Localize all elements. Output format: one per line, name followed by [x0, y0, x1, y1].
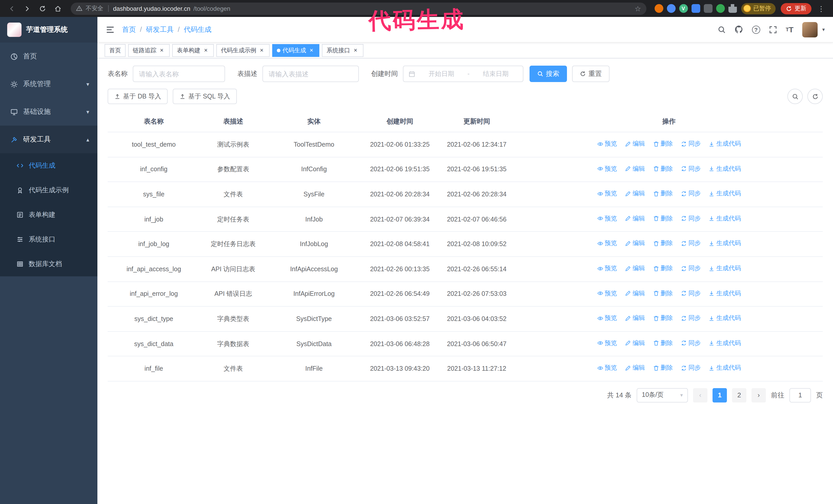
generate-code-link[interactable]: 生成代码 [709, 313, 741, 323]
sidebar-item-system-management[interactable]: 系统管理 [0, 70, 97, 98]
delete-link[interactable]: 删除 [653, 139, 673, 149]
generate-code-link[interactable]: 生成代码 [709, 239, 741, 248]
preview-link[interactable]: 预览 [597, 214, 617, 223]
user-avatar[interactable] [802, 22, 818, 37]
close-icon[interactable] [159, 47, 165, 54]
sidebar-item-db-docs[interactable]: 数据库文档 [0, 252, 97, 277]
help-icon[interactable] [752, 25, 760, 33]
delete-link[interactable]: 删除 [653, 239, 673, 248]
preview-link[interactable]: 预览 [597, 264, 617, 273]
edit-link[interactable]: 编辑 [625, 264, 645, 273]
table-name-input[interactable] [133, 66, 225, 82]
extension-icon-orange[interactable] [654, 4, 663, 13]
edit-link[interactable]: 编辑 [625, 164, 645, 173]
sidebar-item-codegen-example[interactable]: 代码生成示例 [0, 178, 97, 202]
page-1-button[interactable]: 1 [713, 388, 727, 403]
sync-link[interactable]: 同步 [681, 214, 701, 223]
generate-code-link[interactable]: 生成代码 [709, 139, 741, 149]
sync-link[interactable]: 同步 [681, 139, 701, 149]
close-icon[interactable] [352, 47, 359, 54]
sync-link[interactable]: 同步 [681, 264, 701, 273]
goto-page-input[interactable] [789, 388, 811, 403]
extensions-puzzle-icon[interactable] [728, 4, 737, 13]
app-logo[interactable]: 芋道管理系统 [0, 17, 97, 43]
extension-icon-green[interactable] [716, 4, 724, 13]
sidebar-item-form-builder[interactable]: 表单构建 [0, 202, 97, 227]
edit-link[interactable]: 编辑 [625, 239, 645, 248]
browser-back-icon[interactable] [5, 2, 19, 15]
delete-link[interactable]: 删除 [653, 264, 673, 273]
sync-link[interactable]: 同步 [681, 189, 701, 198]
extension-icon-blue[interactable] [667, 4, 675, 13]
generate-code-link[interactable]: 生成代码 [709, 214, 741, 223]
close-icon[interactable] [203, 47, 209, 54]
edit-link[interactable]: 编辑 [625, 363, 645, 373]
delete-link[interactable]: 删除 [653, 363, 673, 373]
breadcrumb-dev-tools[interactable]: 研发工具 [146, 25, 174, 34]
preview-link[interactable]: 预览 [597, 363, 617, 373]
preview-link[interactable]: 预览 [597, 313, 617, 323]
browser-update-button[interactable]: 更新 [781, 3, 811, 14]
sidebar-item-dev-tools[interactable]: 研发工具 [0, 126, 97, 153]
address-bar[interactable]: 不安全 dashboard.yudao.iocoder.cn /tool/cod… [71, 2, 646, 15]
generate-code-link[interactable]: 生成代码 [709, 338, 741, 348]
search-icon[interactable] [717, 25, 725, 33]
import-db-button[interactable]: 基于 DB 导入 [108, 89, 168, 104]
browser-reload-icon[interactable] [36, 2, 49, 15]
delete-link[interactable]: 删除 [653, 189, 673, 198]
reset-button[interactable]: 重置 [572, 66, 610, 82]
preview-link[interactable]: 预览 [597, 139, 617, 149]
breadcrumb-home[interactable]: 首页 [122, 25, 136, 34]
edit-link[interactable]: 编辑 [625, 288, 645, 298]
edit-link[interactable]: 编辑 [625, 338, 645, 348]
close-icon[interactable] [308, 47, 315, 54]
generate-code-link[interactable]: 生成代码 [709, 264, 741, 273]
toggle-search-button[interactable] [787, 89, 803, 104]
browser-forward-icon[interactable] [21, 2, 34, 15]
edit-link[interactable]: 编辑 [625, 313, 645, 323]
browser-menu-icon[interactable] [814, 2, 828, 15]
table-desc-input[interactable] [262, 66, 359, 82]
search-button[interactable]: 搜索 [529, 66, 567, 82]
sync-link[interactable]: 同步 [681, 164, 701, 173]
close-icon[interactable] [258, 47, 265, 54]
generate-code-link[interactable]: 生成代码 [709, 164, 741, 173]
sync-link[interactable]: 同步 [681, 288, 701, 298]
delete-link[interactable]: 删除 [653, 338, 673, 348]
next-page-button[interactable] [752, 388, 766, 403]
generate-code-link[interactable]: 生成代码 [709, 189, 741, 198]
import-sql-button[interactable]: 基于 SQL 导入 [173, 89, 237, 104]
fullscreen-icon[interactable] [769, 25, 777, 33]
hamburger-icon[interactable] [105, 25, 115, 34]
tab-codegen[interactable]: 代码生成 [272, 44, 319, 57]
tab-home[interactable]: 首页 [104, 44, 125, 57]
sidebar-item-system-api[interactable]: 系统接口 [0, 227, 97, 252]
delete-link[interactable]: 删除 [653, 164, 673, 173]
delete-link[interactable]: 删除 [653, 313, 673, 323]
browser-home-icon[interactable] [51, 2, 65, 15]
sidebar-item-infrastructure[interactable]: 基础设施 [0, 98, 97, 126]
edit-link[interactable]: 编辑 [625, 214, 645, 223]
sync-link[interactable]: 同步 [681, 313, 701, 323]
tab-form-builder[interactable]: 表单构建 [172, 44, 214, 57]
refresh-button[interactable] [807, 89, 823, 104]
sync-link[interactable]: 同步 [681, 338, 701, 348]
sync-link[interactable]: 同步 [681, 363, 701, 373]
preview-link[interactable]: 预览 [597, 288, 617, 298]
tab-link-tracing[interactable]: 链路追踪 [128, 44, 170, 57]
sidebar-item-home[interactable]: 首页 [0, 43, 97, 70]
vue-devtools-icon[interactable]: V [679, 4, 688, 13]
github-icon[interactable] [734, 25, 743, 34]
page-size-select[interactable]: 10条/页 [637, 388, 688, 403]
generate-code-link[interactable]: 生成代码 [709, 363, 741, 373]
avatar-caret-icon[interactable] [822, 27, 825, 32]
preview-link[interactable]: 预览 [597, 239, 617, 248]
delete-link[interactable]: 删除 [653, 288, 673, 298]
generate-code-link[interactable]: 生成代码 [709, 288, 741, 298]
preview-link[interactable]: 预览 [597, 338, 617, 348]
edit-link[interactable]: 编辑 [625, 189, 645, 198]
paused-badge[interactable]: 已暂停 [741, 3, 776, 14]
bookmark-star-icon[interactable] [635, 4, 641, 13]
font-size-icon[interactable] [786, 25, 793, 34]
tab-system-api[interactable]: 系统接口 [322, 44, 363, 57]
